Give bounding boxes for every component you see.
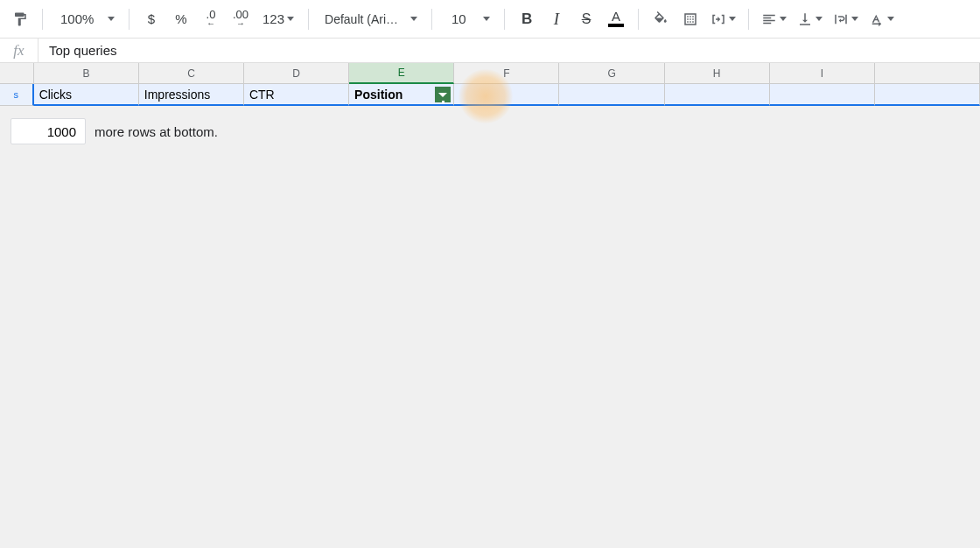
horizontal-align-dropdown[interactable] <box>758 6 790 32</box>
separator <box>748 9 749 30</box>
col-header-B[interactable]: B <box>34 63 139 84</box>
paint-format-button[interactable] <box>7 6 33 32</box>
text-wrap-dropdown[interactable] <box>830 6 862 32</box>
font-size-dropdown[interactable]: 10 <box>441 6 495 32</box>
font-name-label: Default (Ari… <box>325 12 398 26</box>
caret-down-icon <box>410 17 417 21</box>
format-currency-button[interactable]: $ <box>138 6 164 32</box>
separator <box>638 9 639 30</box>
cell-D1[interactable]: CTR <box>244 84 349 106</box>
zoom-label: 100% <box>60 11 94 26</box>
fx-label: fx <box>0 39 38 62</box>
merge-cells-dropdown[interactable] <box>707 6 739 32</box>
add-rows-label: more rows at bottom. <box>94 124 218 139</box>
row-1: s Clicks Impressions CTR Position <box>0 84 980 106</box>
caret-down-icon <box>780 17 787 21</box>
select-all-corner[interactable] <box>0 63 34 84</box>
align-left-icon <box>761 11 777 27</box>
wrap-icon <box>833 11 849 27</box>
row-header-1[interactable]: s <box>0 84 34 106</box>
separator <box>308 9 309 30</box>
formula-bar: fx <box>0 39 980 63</box>
borders-button[interactable] <box>677 6 704 32</box>
col-header-F[interactable]: F <box>454 63 559 84</box>
valign-bottom-icon <box>797 11 813 27</box>
separator <box>42 9 43 30</box>
cell-E1[interactable]: Position <box>349 84 454 106</box>
paint-bucket-icon <box>653 11 668 27</box>
caret-down-icon <box>816 17 822 21</box>
font-size-label: 10 <box>452 11 466 26</box>
funnel-icon <box>438 93 447 97</box>
cell-B1[interactable]: Clicks <box>34 84 139 106</box>
cell-C1[interactable]: Impressions <box>139 84 244 106</box>
merge-icon <box>710 11 726 27</box>
cell-H1[interactable] <box>665 84 770 106</box>
col-header-D[interactable]: D <box>244 63 349 84</box>
spreadsheet-grid: B C D E F G H I s Clicks Impressions CTR… <box>0 63 980 157</box>
cell-G1[interactable] <box>559 84 664 106</box>
increase-decimal-button[interactable]: .00 → <box>228 6 254 32</box>
cell-extra-1[interactable] <box>875 84 980 106</box>
bold-button[interactable]: B <box>514 6 540 32</box>
add-rows-input[interactable] <box>10 118 86 144</box>
caret-down-icon <box>851 17 858 21</box>
col-header-extra[interactable] <box>875 63 980 84</box>
zoom-dropdown[interactable]: 100% <box>52 6 120 32</box>
fill-color-button[interactable] <box>648 6 674 32</box>
cell-E1-text: Position <box>354 88 402 102</box>
column-headers-row: B C D E F G H I <box>0 63 980 84</box>
caret-down-icon <box>729 17 736 21</box>
color-underline <box>608 24 624 27</box>
separator <box>129 9 130 30</box>
paint-roller-icon <box>12 11 28 27</box>
more-formats-dropdown[interactable]: 123 <box>257 6 299 32</box>
col-header-G[interactable]: G <box>559 63 664 84</box>
caret-down-icon <box>287 17 294 21</box>
strikethrough-button[interactable]: S <box>573 6 599 32</box>
col-header-I[interactable]: I <box>770 63 875 84</box>
col-header-H[interactable]: H <box>665 63 770 84</box>
italic-button[interactable]: I <box>543 6 570 32</box>
separator <box>504 9 505 30</box>
filter-button[interactable] <box>435 87 451 102</box>
toolbar: 100% $ % .0 ← .00 → 123 Default (Ari… 10… <box>0 0 980 39</box>
caret-down-icon <box>483 17 490 21</box>
add-rows-control: more rows at bottom. <box>0 106 980 157</box>
formula-input[interactable] <box>38 39 980 62</box>
text-rotation-dropdown[interactable] <box>865 6 898 32</box>
borders-icon <box>682 11 698 27</box>
format-percent-button[interactable]: % <box>168 6 194 32</box>
caret-down-icon <box>108 17 115 21</box>
font-family-dropdown[interactable]: Default (Ari… <box>318 6 423 32</box>
decrease-decimal-button[interactable]: .0 ← <box>198 6 224 32</box>
text-color-button[interactable]: A <box>603 6 629 32</box>
col-header-E[interactable]: E <box>349 63 454 84</box>
cell-F1[interactable] <box>454 84 559 106</box>
cell-I1[interactable] <box>770 84 875 106</box>
rotation-icon <box>869 11 885 27</box>
vertical-align-dropdown[interactable] <box>794 6 826 32</box>
separator <box>431 9 432 30</box>
col-header-C[interactable]: C <box>139 63 244 84</box>
caret-down-icon <box>887 17 894 21</box>
